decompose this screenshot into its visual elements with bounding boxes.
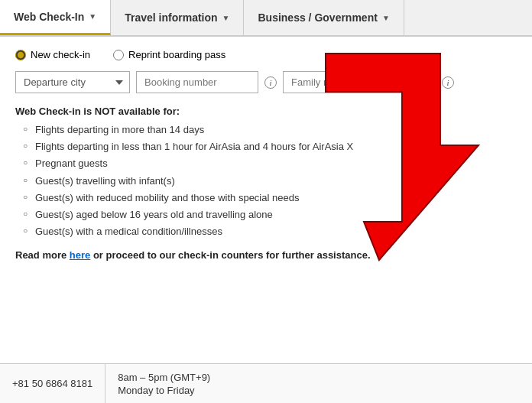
list-item: Flights departing in more than 14 days: [23, 123, 517, 137]
unavailable-title: Web Check-in is NOT available for:: [15, 106, 517, 117]
booking-info-icon[interactable]: i: [264, 76, 277, 89]
list-item: Pregnant guests: [23, 157, 517, 171]
nav-checkin-label: Web Check-In: [14, 11, 84, 23]
radio-new-checkin[interactable]: New check-in: [15, 49, 90, 60]
footer-hours: 8am – 5pm (GMT+9) Monday to Friday: [105, 364, 222, 403]
read-more-link[interactable]: here: [70, 249, 90, 261]
nav-travel-label: Travel information: [125, 11, 217, 24]
nav-bar: Web Check-In ▼ Travel information ▼ Busi…: [0, 0, 532, 37]
radio-new-label: New check-in: [31, 49, 90, 60]
unavailable-list: Flights departing in more than 14 days F…: [15, 123, 517, 239]
radio-reprint-label: Reprint boarding pass: [128, 49, 225, 60]
read-more-row: Read more here or proceed to our check-i…: [15, 249, 517, 261]
footer-phone: +81 50 6864 8181: [0, 364, 105, 403]
radio-row: New check-in Reprint boarding pass: [15, 49, 517, 60]
radio-reprint[interactable]: Reprint boarding pass: [113, 49, 225, 60]
departure-city-select[interactable]: Departure city: [15, 71, 130, 93]
unavailable-section: Web Check-in is NOT available for: Fligh…: [15, 106, 517, 239]
nav-business-label: Business / Government: [258, 11, 377, 24]
nav-item-travel[interactable]: Travel information ▼: [111, 0, 244, 35]
list-item: Guest(s) with reduced mobility and those…: [23, 191, 517, 205]
family-name-info-icon[interactable]: i: [442, 76, 454, 89]
nav-business-caret: ▼: [382, 14, 390, 22]
list-item: Guest(s) aged below 16 years old and tra…: [23, 208, 517, 222]
list-item: Flights departing in less than 1 hour fo…: [23, 140, 517, 154]
footer-bar: +81 50 6864 8181 8am – 5pm (GMT+9) Monda…: [0, 363, 532, 403]
radio-reprint-input[interactable]: [113, 50, 124, 60]
nav-item-checkin[interactable]: Web Check-In ▼: [0, 0, 111, 35]
family-name-input[interactable]: [283, 71, 436, 93]
nav-checkin-caret: ▼: [89, 12, 96, 21]
form-row: Departure city i i: [15, 71, 517, 93]
nav-item-business[interactable]: Business / Government ▼: [244, 0, 404, 35]
list-item: Guest(s) with a medical condition/illnes…: [23, 225, 517, 239]
radio-new-input[interactable]: [15, 50, 26, 60]
read-more-suffix: or proceed to our check-in counters for …: [90, 249, 370, 261]
booking-number-input[interactable]: [136, 71, 258, 93]
nav-travel-caret: ▼: [222, 14, 230, 22]
list-item: Guest(s) travelling with infant(s): [23, 174, 517, 188]
main-content: New check-in Reprint boarding pass Depar…: [0, 37, 532, 284]
read-more-prefix: Read more: [15, 249, 70, 261]
